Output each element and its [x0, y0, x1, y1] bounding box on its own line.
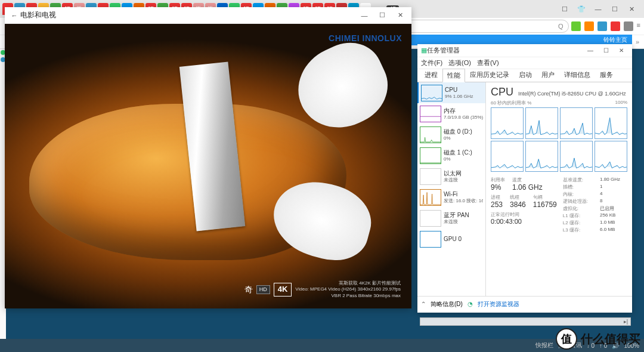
wm-text: 什么值得买 [581, 331, 640, 347]
video-badge: 奇 HD 4K 英斯获取 4K2K 影片性能测试 Video: MPEG4 Vi… [244, 280, 401, 299]
back-icon[interactable]: ← [8, 12, 20, 19]
tm-min-icon[interactable]: — [583, 45, 597, 56]
ext-icon[interactable] [571, 21, 581, 31]
tm-item-disk1[interactable]: 磁盘 1 (C:)0% [417, 145, 485, 166]
util-label: 60 秒内的利用率 % [491, 100, 531, 106]
window-skin-icon[interactable]: 👕 [575, 4, 588, 14]
tm-item-memory[interactable]: 内存7.0/19.8 GB (35%) [417, 103, 485, 124]
movies-max-icon[interactable]: ☐ [374, 10, 390, 21]
search-icon[interactable]: Q [558, 23, 564, 30]
window-ext-icon[interactable]: ☐ [558, 4, 571, 14]
movies-close-icon[interactable]: ✕ [392, 10, 408, 21]
tm-item-cpu[interactable]: CPU9% 1.06 GHz [417, 82, 485, 103]
tm-item-ethernet[interactable]: 以太网未连接 [417, 166, 485, 187]
tm-resource-list: CPU9% 1.06 GHz 内存7.0/19.8 GB (35%) 磁盘 0 … [417, 82, 486, 296]
taskmgr-menubar: 文件(F) 选项(O) 查看(V) [417, 57, 632, 69]
cpu-spec-grid: 基准速度:1.80 GHz 插槽:1 内核:4 逻辑处理器:8 虚拟化:已启用 … [563, 177, 627, 233]
browser-scroll-indicator[interactable]: ▸| [420, 317, 631, 326]
tab-history[interactable]: 应用历史记录 [465, 68, 514, 82]
ext-icon[interactable] [611, 21, 620, 31]
browser-statusbar: 快报栏 热点资讯 ↓ 0 ↑ 0 🔊 100% [0, 339, 644, 352]
menu-icon[interactable]: ≡ [637, 21, 640, 31]
taskmgr-titlebar[interactable]: ▦ 任务管理器 — ☐ ✕ [417, 44, 632, 57]
ext-icon[interactable] [584, 21, 594, 31]
tab-performance[interactable]: 性能 [442, 69, 465, 82]
menu-view[interactable]: 查看(V) [477, 58, 499, 67]
tab-processes[interactable]: 进程 [420, 68, 442, 82]
cpu-core-charts[interactable] [491, 107, 627, 172]
movies-title: 电影和电视 [20, 10, 56, 20]
tab-startup[interactable]: 启动 [514, 68, 537, 82]
menu-options[interactable]: 选项(O) [448, 58, 471, 67]
wm-circle: 值 [556, 328, 577, 350]
tm-item-bt[interactable]: 蓝牙 PAN未连接 [417, 208, 485, 229]
tm-item-wifi[interactable]: Wi-Fi发送: 16.0 接收: 16. [417, 187, 485, 208]
bm-more-icon[interactable]: » [636, 38, 639, 45]
window-close-icon[interactable]: ✕ [625, 4, 638, 14]
cpu-model: Intel(R) Core(TM) i5-8265U CPU @ 1.60GHz [518, 91, 626, 97]
tm-brief-label[interactable]: 简略信息(D) [431, 300, 463, 308]
movies-titlebar[interactable]: ← 电影和电视 — ☐ ✕ [5, 7, 411, 24]
window-max-icon[interactable]: ☐ [608, 4, 621, 14]
tm-item-gpu[interactable]: GPU 0 [417, 229, 485, 249]
video-still [5, 24, 411, 308]
tm-collapse-icon[interactable]: ⌃ [421, 301, 426, 307]
smzdm-watermark: 值 什么值得买 [556, 328, 640, 350]
movies-min-icon[interactable]: — [357, 10, 372, 21]
taskmgr-window: ▦ 任务管理器 — ☐ ✕ 文件(F) 选项(O) 查看(V) 进程 性能 应用… [417, 44, 632, 313]
taskmgr-icon: ▦ [421, 47, 427, 54]
tm-item-disk0[interactable]: 磁盘 0 (D:)0% [417, 124, 485, 145]
taskmgr-title: 任务管理器 [427, 46, 460, 55]
util-max: 100% [615, 100, 627, 106]
tm-footer: ⌃ 简略信息(D) ◔ 打开资源监视器 [417, 296, 632, 311]
resmon-icon: ◔ [467, 301, 473, 307]
menu-file[interactable]: 文件(F) [421, 58, 442, 67]
cpu-heading: CPU [491, 86, 513, 98]
tab-services[interactable]: 服务 [595, 68, 618, 82]
window-min-icon[interactable]: — [592, 4, 605, 14]
ext-icon[interactable] [597, 21, 607, 31]
tm-max-icon[interactable]: ☐ [599, 45, 613, 56]
movies-window: ← 电影和电视 — ☐ ✕ CHIMEI INNOLUX 奇 HD 4K 英斯获… [5, 7, 411, 308]
tm-resmon-link[interactable]: 打开资源监视器 [478, 300, 519, 308]
ext-icon[interactable] [624, 21, 633, 31]
blue-strip-label[interactable]: 铃铃主页 [603, 36, 627, 44]
tm-detail-pane: CPU Intel(R) Core(TM) i5-8265U CPU @ 1.6… [486, 82, 632, 296]
tm-close-icon[interactable]: ✕ [614, 45, 628, 56]
taskmgr-tabs: 进程 性能 应用历史记录 启动 用户 详细信息 服务 [417, 69, 632, 82]
sb-item[interactable]: 快报栏 [535, 341, 553, 350]
brand-overlay: CHIMEI INNOLUX [329, 33, 402, 43]
tab-users[interactable]: 用户 [537, 68, 559, 82]
video-viewport[interactable]: CHIMEI INNOLUX 奇 HD 4K 英斯获取 4K2K 影片性能测试 … [5, 24, 411, 308]
tab-details[interactable]: 详细信息 [559, 68, 595, 82]
